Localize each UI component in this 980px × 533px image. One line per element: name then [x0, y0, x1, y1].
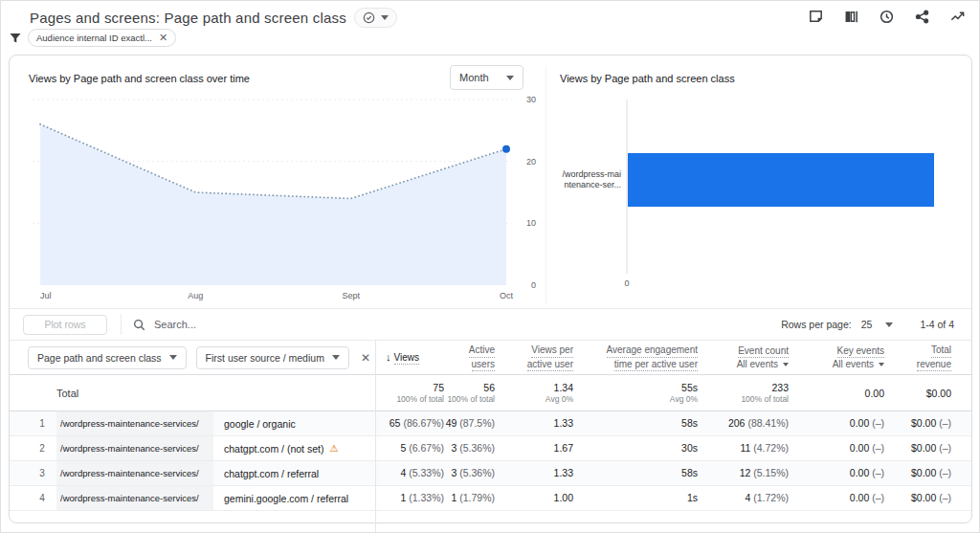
toolbar-divider — [121, 314, 122, 335]
svg-text:0: 0 — [624, 278, 629, 288]
column-header-key-events[interactable]: Key events All events — [789, 344, 884, 371]
line-chart-title: Views by Page path and screen class over… — [29, 73, 250, 84]
report-status-badge[interactable] — [354, 8, 397, 28]
column-header-views[interactable]: ↓Views — [374, 350, 444, 366]
svg-text:/wordpress-mai: /wordpress-mai — [562, 169, 621, 179]
row-number: 4 — [28, 493, 56, 503]
row-number: 3 — [28, 468, 56, 478]
key-events-cell: 0.00 (–) — [789, 491, 884, 505]
views-per-active-user-cell: 1.33 — [495, 466, 573, 480]
report-actions — [808, 5, 966, 28]
report-titlebar: Pages and screens: Page path and screen … — [30, 5, 397, 30]
total-event-count: 233100% of total — [698, 381, 789, 407]
dimension-pickers: Page path and screen class First user so… — [28, 346, 374, 369]
source-medium-cell: chatgpt.com / (not set)⚠ — [213, 443, 374, 455]
total-active-users: 56100% of total — [444, 381, 495, 407]
filter-funnel-icon[interactable] — [9, 32, 22, 45]
table-row[interactable]: 3/wordpress-maintenance-services/chatgpt… — [10, 461, 971, 486]
views-cell: 65 (86.67%) — [374, 416, 444, 431]
search-input[interactable]: Search... — [133, 319, 781, 331]
primary-dimension-select[interactable]: Page path and screen class — [28, 346, 187, 369]
svg-text:30: 30 — [526, 95, 536, 104]
plot-rows-button[interactable]: Plot rows — [23, 315, 107, 335]
close-icon[interactable]: ✕ — [159, 33, 167, 43]
column-header-total-revenue[interactable]: Totalrevenue — [884, 344, 951, 371]
avg-engagement-cell: 1s — [573, 491, 698, 505]
svg-text:Aug: Aug — [188, 291, 203, 300]
secondary-dimension-label: First user source / medium — [206, 352, 324, 364]
share-icon[interactable] — [914, 9, 930, 25]
key-events-cell: 0.00 (–) — [789, 416, 884, 431]
svg-text:10: 10 — [526, 218, 536, 228]
row-number: 2 — [28, 443, 56, 454]
avg-engagement-cell: 58s — [573, 466, 698, 480]
table-row[interactable]: 4/wordpress-maintenance-services/gemini.… — [10, 486, 971, 511]
bar-chart-title: Views by Page path and screen class — [560, 73, 735, 84]
pagination-controls: Rows per page: 25 1-4 of 4 — [781, 319, 954, 330]
rows-per-page-select[interactable]: 25 — [861, 319, 894, 330]
page-path-cell: /wordpress-maintenance-services/ — [56, 411, 213, 435]
svg-text:0: 0 — [531, 280, 536, 290]
svg-text:Oct: Oct — [500, 291, 514, 300]
source-medium-cell: google / organic — [213, 418, 374, 430]
insights-icon[interactable] — [949, 9, 966, 25]
column-header-views-per-active-user[interactable]: Views peractive user — [495, 344, 573, 371]
granularity-select[interactable]: Month — [450, 65, 523, 90]
total-key-events: 0.00 — [789, 387, 884, 401]
views-cell: 4 (5.33%) — [374, 466, 444, 480]
views-cell: 5 (6.67%) — [374, 441, 444, 455]
views-per-active-user-cell: 1.67 — [495, 441, 573, 455]
row-number: 1 — [28, 418, 56, 429]
active-users-cell: 3 (5.36%) — [444, 441, 495, 455]
svg-text:Sept: Sept — [342, 291, 360, 300]
total-revenue-cell: $0.00 (–) — [884, 441, 951, 455]
note-icon[interactable] — [808, 9, 824, 25]
chevron-down-icon — [332, 355, 340, 360]
svg-text:ntenance-ser...: ntenance-ser... — [564, 180, 621, 189]
event-count-cell: 11 (4.72%) — [698, 441, 789, 455]
table-header: Page path and screen class First user so… — [10, 340, 971, 375]
event-count-cell: 4 (1.72%) — [698, 491, 789, 505]
column-header-avg-engagement[interactable]: Average engagementtime per active user — [573, 344, 698, 371]
table-body: 1/wordpress-maintenance-services/google … — [10, 411, 971, 511]
total-avg-engagement: 55sAvg 0% — [573, 381, 698, 407]
active-users-cell: 49 (87.5%) — [444, 416, 495, 431]
remove-dimension-icon[interactable]: ✕ — [359, 351, 372, 365]
views-cell: 1 (1.33%) — [374, 491, 444, 505]
page-path-cell: /wordpress-maintenance-services/ — [56, 486, 213, 510]
total-revenue-cell: $0.00 (–) — [884, 416, 951, 431]
secondary-dimension-select[interactable]: First user source / medium — [196, 346, 349, 369]
views-per-active-user-cell: 1.33 — [495, 416, 573, 431]
total-revenue-cell: $0.00 (–) — [884, 466, 951, 480]
table-row[interactable]: 1/wordpress-maintenance-services/google … — [10, 411, 971, 436]
svg-text:Jul: Jul — [40, 291, 52, 300]
views-over-time-chart[interactable]: 0102030JulAugSeptOct — [23, 94, 542, 310]
table-toolbar: Plot rows Search... Rows per page: 25 1-… — [10, 308, 971, 340]
svg-text:20: 20 — [526, 157, 536, 167]
column-header-event-count[interactable]: Event count All events — [698, 344, 789, 371]
table-column-divider — [375, 340, 376, 533]
chevron-down-icon — [506, 76, 514, 80]
avg-engagement-cell: 30s — [573, 441, 698, 455]
source-medium-cell: chatgpt.com / referral — [213, 468, 374, 479]
check-circle-icon — [363, 11, 375, 24]
rows-per-page-value: 25 — [861, 319, 873, 330]
key-events-cell: 0.00 (–) — [789, 441, 884, 455]
ga4-pages-and-screens-report: Pages and screens: Page path and screen … — [0, 0, 980, 533]
rows-per-page-label: Rows per page: — [781, 319, 852, 330]
key-events-filter-select[interactable]: All events — [833, 358, 884, 371]
sort-desc-icon: ↓ — [386, 351, 391, 363]
event-count-cell: 12 (5.15%) — [698, 466, 789, 480]
event-count-filter-select[interactable]: All events — [737, 358, 789, 371]
audience-filter-chip[interactable]: Audience internal ID exactl... ✕ — [28, 29, 176, 47]
table-row[interactable]: 2/wordpress-maintenance-services/chatgpt… — [10, 436, 971, 461]
clock-icon[interactable] — [879, 9, 895, 25]
column-header-active-users[interactable]: Activeusers — [444, 344, 495, 371]
comparison-icon[interactable] — [843, 9, 859, 25]
table-totals-row: Total 75100% of total 56100% of total 1.… — [10, 376, 971, 411]
views-by-page-bar-chart[interactable]: /wordpress-maintenance-ser...0 — [557, 92, 967, 308]
page-path-cell: /wordpress-maintenance-services/ — [56, 461, 213, 485]
chevron-down-icon — [169, 355, 177, 360]
panel-divider — [546, 67, 546, 304]
key-events-cell: 0.00 (–) — [789, 466, 884, 480]
